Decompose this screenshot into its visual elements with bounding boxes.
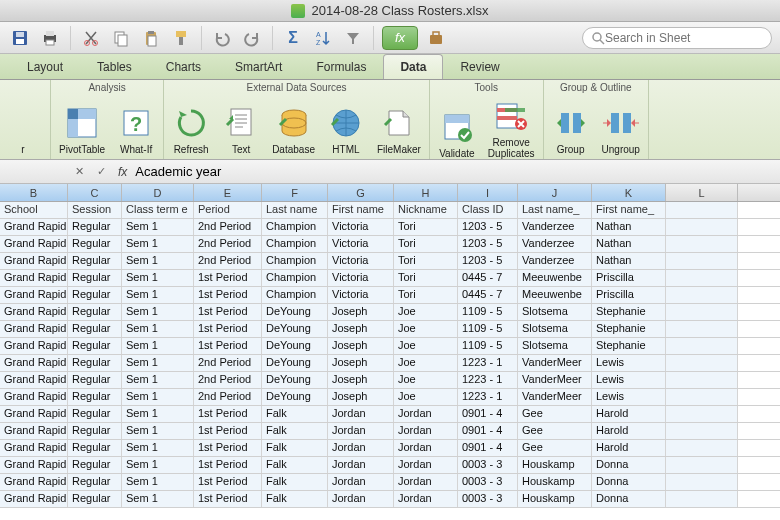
cell[interactable]: 2nd Period [194,236,262,252]
cell[interactable]: Slotsema [518,338,592,354]
header-cell[interactable]: Session [68,202,122,218]
accept-formula-icon[interactable]: ✓ [92,163,110,181]
cell[interactable]: Grand Rapid [0,287,68,303]
ribbon-item-partial[interactable]: r [0,102,46,157]
cell[interactable]: Jordan [394,457,458,473]
cell[interactable]: Meeuwenbe [518,287,592,303]
formula-value[interactable]: Academic year [135,164,221,179]
spreadsheet[interactable]: BCDEFGHIJKL SchoolSessionClass term ePer… [0,184,780,520]
fx-button[interactable]: fx [382,26,418,50]
cell[interactable]: 1223 - 1 [458,355,518,371]
cell[interactable]: Regular [68,389,122,405]
cancel-formula-icon[interactable]: ✕ [70,163,88,181]
cell[interactable]: 1st Period [194,270,262,286]
cell[interactable]: Grand Rapid [0,355,68,371]
cell[interactable]: DeYoung [262,355,328,371]
tab-smartart[interactable]: SmartArt [218,54,299,79]
cell[interactable]: Joseph [328,338,394,354]
cell[interactable]: Harold [592,440,666,456]
ribbon-group-button[interactable]: Group [548,102,594,157]
cell[interactable]: VanderMeer [518,389,592,405]
cell[interactable]: Regular [68,457,122,473]
cell[interactable] [666,236,738,252]
header-cell[interactable]: Class term e [122,202,194,218]
cell[interactable]: Regular [68,355,122,371]
cell[interactable] [666,423,738,439]
cell[interactable]: Victoria [328,236,394,252]
ribbon-pivottable-button[interactable]: PivotTable [55,102,109,157]
cell[interactable]: DeYoung [262,389,328,405]
cell[interactable]: Stephanie [592,321,666,337]
cell[interactable]: Regular [68,338,122,354]
cell[interactable]: Grand Rapid [0,457,68,473]
cell[interactable]: Grand Rapid [0,321,68,337]
cell[interactable]: Joseph [328,355,394,371]
cell[interactable]: Tori [394,236,458,252]
cell[interactable]: 1st Period [194,304,262,320]
cell[interactable]: Grand Rapid [0,372,68,388]
cell[interactable]: Regular [68,219,122,235]
cell[interactable]: Grand Rapid [0,270,68,286]
cell[interactable]: 2nd Period [194,372,262,388]
ribbon-validate-button[interactable]: Validate [434,106,480,161]
cell[interactable]: Vanderzee [518,236,592,252]
cell[interactable] [666,457,738,473]
column-header-E[interactable]: E [194,184,262,201]
cell[interactable]: 1st Period [194,474,262,490]
cell[interactable]: Lewis [592,389,666,405]
cell[interactable]: Victoria [328,270,394,286]
cell[interactable]: Slotsema [518,304,592,320]
tab-formulas[interactable]: Formulas [299,54,383,79]
cell[interactable]: Tori [394,219,458,235]
cell[interactable]: Tori [394,253,458,269]
cell[interactable] [666,253,738,269]
toolbox-icon[interactable] [424,26,448,50]
cell[interactable]: Grand Rapid [0,236,68,252]
cell[interactable]: Joseph [328,321,394,337]
column-header-L[interactable]: L [666,184,738,201]
undo-icon[interactable] [210,26,234,50]
cell[interactable]: Victoria [328,287,394,303]
cell[interactable]: Regular [68,236,122,252]
cell[interactable]: Houskamp [518,474,592,490]
ribbon-ungroup-button[interactable]: Ungroup [598,102,644,157]
ribbon-refresh-button[interactable]: Refresh [168,102,214,157]
cell[interactable]: 1st Period [194,406,262,422]
cell[interactable]: VanderMeer [518,355,592,371]
cell[interactable]: Donna [592,491,666,507]
cell[interactable]: Sem 1 [122,304,194,320]
cell[interactable]: Regular [68,423,122,439]
cell[interactable]: Gee [518,440,592,456]
cell[interactable]: 0003 - 3 [458,457,518,473]
tab-layout[interactable]: Layout [10,54,80,79]
cell[interactable]: 0901 - 4 [458,423,518,439]
column-header-B[interactable]: B [0,184,68,201]
cell[interactable]: Joe [394,338,458,354]
cell[interactable]: Sem 1 [122,372,194,388]
cell[interactable] [666,440,738,456]
cell[interactable]: DeYoung [262,304,328,320]
cell[interactable]: Jordan [328,406,394,422]
cell[interactable] [666,406,738,422]
ribbon-html-button[interactable]: HTML [323,102,369,157]
cell[interactable] [666,474,738,490]
cell[interactable]: 1st Period [194,287,262,303]
cell[interactable]: Grand Rapid [0,253,68,269]
header-cell[interactable]: Nickname [394,202,458,218]
cell[interactable]: Regular [68,440,122,456]
cell[interactable]: Regular [68,372,122,388]
cell[interactable]: Joe [394,372,458,388]
cell[interactable] [666,491,738,507]
column-header-H[interactable]: H [394,184,458,201]
cell[interactable] [666,372,738,388]
header-cell[interactable]: Period [194,202,262,218]
cell[interactable]: Grand Rapid [0,440,68,456]
redo-icon[interactable] [240,26,264,50]
cell[interactable]: 1st Period [194,321,262,337]
search-input[interactable] [605,31,755,45]
cell[interactable] [666,355,738,371]
cell[interactable]: Falk [262,491,328,507]
cell[interactable]: Grand Rapid [0,491,68,507]
cell[interactable]: Grand Rapid [0,406,68,422]
header-cell[interactable]: Class ID [458,202,518,218]
